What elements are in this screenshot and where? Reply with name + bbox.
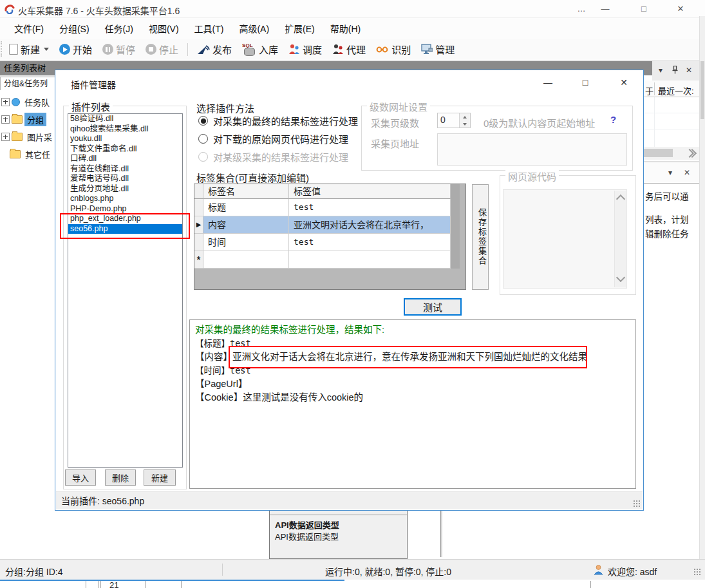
grid-cell-name[interactable]: 时间	[203, 234, 289, 251]
folder-icon	[12, 133, 23, 141]
new-button[interactable]: 新建	[5, 41, 53, 58]
grid-col-value[interactable]: 标签值	[289, 184, 451, 199]
plugin-item[interactable]: cnblogs.php	[68, 194, 182, 204]
window-resize-grip[interactable]	[693, 568, 701, 576]
page-url-label: 采集页地址	[371, 137, 419, 150]
test-button[interactable]: 测试	[404, 298, 462, 316]
grid-cell-value[interactable]: 亚洲文明对话大会将在北京举行，	[289, 216, 451, 234]
expand-plus-icon[interactable]	[1, 98, 10, 106]
plugin-item[interactable]: 爱帮电话号码.dll	[68, 174, 182, 184]
ocr-button[interactable]: 识别	[372, 41, 415, 58]
manage-button[interactable]: 管理	[417, 41, 458, 58]
plugin-item[interactable]: 有道在线翻译.dll	[68, 164, 182, 175]
help-panel-body: 务后可以通 列表，计划 辑删除任务	[644, 183, 699, 559]
pane-bottom-border	[0, 580, 344, 581]
tags-grid[interactable]: 标签名 标签值 标题 test ▶ 内容 亚洲文明对话大会将在北京举行， 时间 …	[194, 184, 466, 290]
plugin-listbox[interactable]: 58验证码.dll qihoo搜索结果采集.dll youku.dll 下载文件…	[68, 113, 183, 468]
radio-checked-icon[interactable]	[198, 116, 208, 126]
panel-collapse-icon[interactable]: ▾	[668, 168, 672, 177]
more-icon[interactable]: …	[572, 2, 591, 15]
status-divider	[222, 564, 223, 576]
maximize-button[interactable]: □	[634, 2, 653, 15]
radio-raw-html[interactable]: 对下载的原始网页代码进行处理	[198, 132, 348, 146]
tree-item-task-queue[interactable]: 任务队	[1, 94, 52, 109]
grid-cell-value[interactable]: test	[289, 199, 451, 216]
close-button[interactable]: ✕	[671, 2, 690, 15]
menu-file[interactable]: 文件(F)	[6, 19, 52, 37]
page-level-label: 采集页级数	[371, 116, 419, 129]
plugin-item[interactable]: 下载文件重命名.dll	[68, 144, 182, 155]
grid-vscrollbar[interactable]	[451, 184, 460, 269]
tab-group-task-list[interactable]: 分组&任务列	[0, 77, 55, 90]
publish-button[interactable]: 发布	[193, 41, 236, 58]
row-header-current[interactable]: ▶	[194, 216, 203, 234]
help-panel-caption: ▾ ✕	[644, 162, 699, 183]
menu-extend[interactable]: 扩展(E)	[277, 19, 323, 37]
grid-col-name[interactable]: 标签名	[203, 184, 289, 199]
folder-icon	[12, 115, 23, 124]
help-icon[interactable]: ?	[608, 114, 619, 126]
proxy-button[interactable]: 代理	[328, 41, 370, 58]
dialog-statusbar: 当前插件: seo56.php	[56, 491, 643, 509]
grid-corner	[194, 184, 203, 199]
plugin-manager-dialog: 插件管理器 — □ ✕ 插件列表 58验证码.dll qihoo搜索结果采集.d…	[55, 70, 644, 511]
plugin-item[interactable]: PHP-Demo.php	[68, 204, 182, 214]
menu-help[interactable]: 帮助(H)	[323, 19, 368, 37]
dialog-minimize-button[interactable]: —	[537, 74, 559, 91]
plugin-item[interactable]: 口碑.dll	[68, 154, 182, 164]
db-import-button[interactable]: SQL 入库	[238, 41, 282, 58]
panel-collapse-icon[interactable]: ▾	[659, 66, 663, 75]
menu-advanced[interactable]: 高级(A)	[231, 19, 277, 37]
minimize-button[interactable]: —	[596, 2, 615, 15]
column-header[interactable]: 于	[645, 84, 653, 97]
expand-plus-icon[interactable]	[1, 115, 10, 124]
new-plugin-button[interactable]: 新建	[144, 469, 176, 486]
grid-cell-value[interactable]: test	[289, 234, 451, 251]
tree-item-other-task[interactable]: 其它任	[10, 146, 53, 162]
test-result-box[interactable]: 对采集的最终的结果标签进行处理，结果如下: 【标题】test 【内容】亚洲文化对…	[189, 319, 636, 489]
toolbar-grip[interactable]	[1, 41, 5, 57]
menu-view[interactable]: 视图(V)	[141, 19, 187, 37]
column-header-last-run[interactable]: 最近一次:	[658, 84, 694, 97]
dialog-close-button[interactable]: ✕	[613, 74, 635, 91]
grid-cell-name[interactable]: 内容	[203, 216, 289, 234]
right-dock-caption: ▾ ✕	[652, 61, 699, 81]
dialog-resize-grip[interactable]	[633, 500, 641, 507]
panel-pin-icon[interactable]	[672, 66, 678, 74]
panel-close-icon[interactable]: ✕	[684, 168, 690, 177]
row-header-new[interactable]: *	[194, 251, 203, 269]
import-button[interactable]: 导入	[65, 469, 96, 486]
radio-icon[interactable]	[198, 134, 208, 144]
plugin-item[interactable]: qihoo搜索结果采集.dll	[68, 124, 182, 135]
grid-cell-name[interactable]	[203, 251, 289, 269]
spin-up-icon	[460, 113, 470, 120]
start-button[interactable]: 开始	[55, 41, 96, 58]
radio-final-result[interactable]: 对采集的最终的结果标签进行处理	[198, 114, 358, 128]
save-tags-button[interactable]: 保存标签集合	[472, 184, 489, 290]
menu-task[interactable]: 任务(J)	[97, 19, 141, 37]
plugin-item[interactable]: 58验证码.dll	[68, 114, 182, 124]
pause-button: 暂停	[99, 41, 139, 58]
dialog-maximize-button[interactable]: □	[574, 74, 596, 91]
plugin-item[interactable]: 生成分页地址.dll	[68, 184, 182, 194]
schedule-button[interactable]: 调度	[285, 41, 326, 58]
pane-splitter[interactable]	[440, 511, 443, 557]
delete-button[interactable]: 删除	[105, 469, 136, 486]
expand-plus-icon[interactable]	[1, 133, 10, 141]
sql-icon: SQL	[242, 43, 256, 56]
row-header[interactable]	[194, 234, 203, 251]
menu-tools[interactable]: 工具(T)	[187, 19, 232, 37]
annotation-red-box-plugin	[60, 213, 190, 239]
chevron-down-icon[interactable]	[44, 48, 49, 51]
proxy-icon	[332, 44, 344, 55]
grid-cell-name[interactable]: 标题	[203, 199, 289, 216]
grid-cell-value[interactable]	[289, 251, 451, 269]
menu-group[interactable]: 分组(S)	[52, 19, 97, 37]
row-header[interactable]	[194, 199, 203, 216]
plugin-item[interactable]: youku.dll	[68, 134, 182, 144]
vscrollbar-thumb[interactable]	[700, 61, 704, 119]
hscrollbar-thumb[interactable]	[644, 149, 673, 157]
tree-item-group[interactable]: 分组	[1, 111, 46, 127]
panel-close-icon[interactable]: ✕	[686, 66, 692, 75]
tree-item-image-collect[interactable]: 图片采	[1, 129, 55, 144]
